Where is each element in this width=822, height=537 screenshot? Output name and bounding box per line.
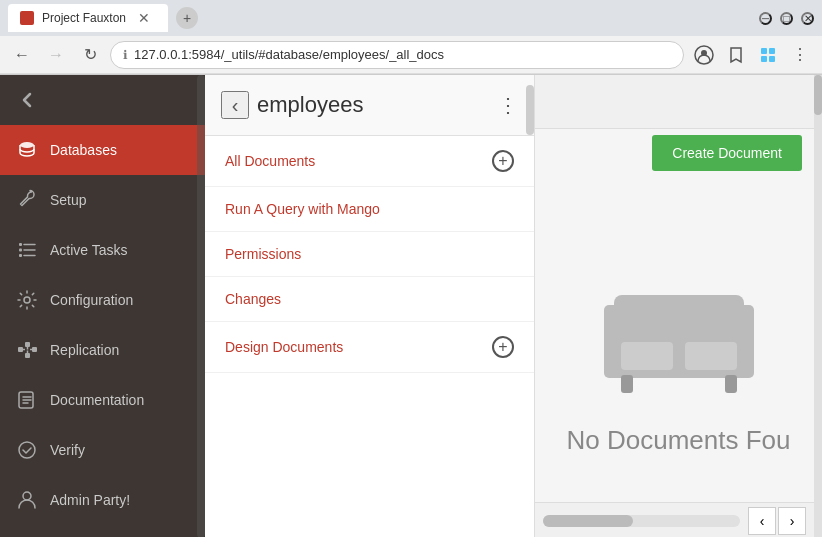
profile-icon[interactable] [690,41,718,69]
title-bar: Project Fauxton ✕ + ─ □ ✕ [0,0,822,36]
horizontal-scrollbar-track[interactable] [543,515,740,527]
svg-rect-8 [19,249,22,252]
db-panel-header: ‹ employees ⋮ [205,75,534,136]
run-query-label: Run A Query with Mango [225,201,380,217]
svg-rect-2 [761,48,767,54]
book-icon [16,389,38,411]
svg-rect-5 [769,56,775,62]
db-panel-scrollbar[interactable] [526,85,534,135]
sidebar-item-verify[interactable]: Verify [0,425,205,475]
no-documents-text: No Documents Fou [567,425,791,456]
bookmark-icon[interactable] [722,41,750,69]
forward-button[interactable]: → [42,41,70,69]
svg-point-13 [24,297,30,303]
db-nav-run-query[interactable]: Run A Query with Mango [205,187,534,232]
sidebar-verify-label: Verify [50,442,85,458]
list-icon [16,239,38,261]
nav-icons-right: ⋮ [690,41,814,69]
sidebar-item-setup[interactable]: Setup [0,175,205,225]
menu-icon[interactable]: ⋮ [786,41,814,69]
svg-rect-16 [25,353,30,358]
sidebar-documentation-label: Documentation [50,392,144,408]
svg-rect-4 [761,56,767,62]
db-menu-button[interactable]: ⋮ [498,93,518,117]
add-document-button[interactable]: + [492,150,514,172]
wrench-icon [16,189,38,211]
sidebar-active-tasks-label: Active Tasks [50,242,128,258]
create-document-button[interactable]: Create Document [652,135,802,171]
right-panel-scrollbar-track[interactable] [814,75,822,537]
gear-icon [16,289,38,311]
svg-rect-14 [18,347,23,352]
reload-button[interactable]: ↻ [76,41,104,69]
create-document-area: Create Document [652,135,802,171]
tab-favicon [20,11,34,25]
right-panel-content: Create Document [535,182,822,537]
close-button[interactable]: ✕ [801,12,814,25]
db-nav-permissions[interactable]: Permissions [205,232,534,277]
sidebar-item-active-tasks[interactable]: Active Tasks [0,225,205,275]
pagination-buttons: ‹ › [748,507,806,535]
design-documents-label: Design Documents [225,339,343,355]
svg-rect-36 [725,375,737,393]
check-icon [16,439,38,461]
bottom-bar: ‹ › [535,502,814,537]
extensions-icon[interactable] [754,41,782,69]
sidebar-item-configuration[interactable]: Configuration [0,275,205,325]
svg-rect-9 [19,254,22,257]
browser-tab[interactable]: Project Fauxton ✕ [8,4,168,32]
replication-icon [16,339,38,361]
new-tab-button[interactable]: + [176,7,198,29]
svg-point-27 [23,492,31,500]
db-nav-design-documents[interactable]: Design Documents + [205,322,534,373]
svg-rect-7 [19,243,22,246]
horizontal-scrollbar-thumb [543,515,633,527]
sidebar-databases-label: Databases [50,142,117,158]
db-nav-all-documents[interactable]: All Documents + [205,136,534,187]
permissions-label: Permissions [225,246,301,262]
svg-rect-15 [25,342,30,347]
sidebar-item-databases[interactable]: Databases [0,125,205,175]
sidebar-item-back[interactable] [0,75,205,125]
sidebar-scrollbar[interactable] [197,75,205,537]
svg-point-6 [20,142,34,148]
prev-page-button[interactable]: ‹ [748,507,776,535]
tab-close-btn[interactable]: ✕ [138,10,150,26]
app-layout: Databases Setup Active Tasks [0,75,822,537]
all-documents-label: All Documents [225,153,315,169]
sidebar-setup-label: Setup [50,192,87,208]
sidebar-item-replication[interactable]: Replication [0,325,205,375]
lock-icon: ℹ [123,48,128,62]
svg-rect-33 [621,342,673,370]
svg-point-26 [19,442,35,458]
db-nav-changes[interactable]: Changes [205,277,534,322]
svg-rect-35 [621,375,633,393]
svg-rect-34 [685,342,737,370]
minimize-button[interactable]: ─ [759,12,772,25]
nav-bar: ← → ↻ ℹ 127.0.0.1:5984/_utils/#database/… [0,36,822,74]
sidebar-replication-label: Replication [50,342,119,358]
couch-illustration [599,285,759,409]
person-icon [16,489,38,511]
svg-rect-17 [32,347,37,352]
db-title: employees [257,92,490,118]
right-panel: { Create Document [535,75,822,537]
sidebar-item-documentation[interactable]: Documentation [0,375,205,425]
sidebar: Databases Setup Active Tasks [0,75,205,537]
sidebar-configuration-label: Configuration [50,292,133,308]
svg-rect-29 [614,295,744,345]
changes-label: Changes [225,291,281,307]
sidebar-admin-party-label: Admin Party! [50,492,130,508]
db-panel: ‹ employees ⋮ All Documents + Run A Quer… [205,75,535,537]
sidebar-item-admin-party[interactable]: Admin Party! [0,475,205,525]
add-design-document-button[interactable]: + [492,336,514,358]
db-back-button[interactable]: ‹ [221,91,249,119]
back-arrow-icon [16,89,38,111]
browser-chrome: Project Fauxton ✕ + ─ □ ✕ ← → ↻ ℹ 127.0.… [0,0,822,75]
maximize-button[interactable]: □ [780,12,793,25]
address-bar[interactable]: ℹ 127.0.0.1:5984/_utils/#database/employ… [110,41,684,69]
svg-rect-3 [769,48,775,54]
back-button[interactable]: ← [8,41,36,69]
window-controls: ─ □ ✕ [759,12,814,25]
next-page-button[interactable]: › [778,507,806,535]
